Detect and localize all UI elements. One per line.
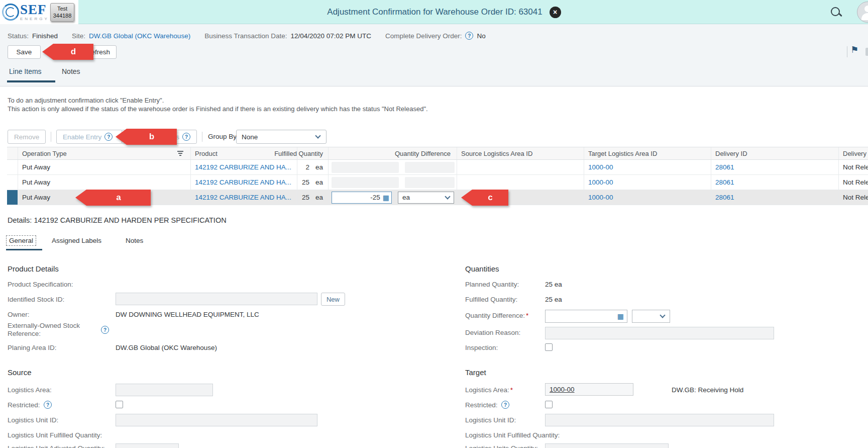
planned-qty-label: Planned Quantity: — [465, 281, 519, 289]
readonly-field — [332, 162, 399, 173]
target-logistics-unit-label: Logistics Unit ID: — [465, 416, 516, 424]
instruction-text: To do an adjustment confirmation click "… — [8, 96, 428, 113]
row-selector[interactable] — [7, 190, 18, 205]
calculator-icon[interactable] — [383, 194, 389, 201]
target-area-description-link[interactable]: DW.GB: Receiving Hold — [672, 386, 743, 394]
row-selector[interactable] — [7, 175, 18, 190]
chevron-down-icon — [660, 312, 665, 318]
quantity-difference-input[interactable]: -25 — [332, 192, 392, 204]
annotation-arrow-a: a — [75, 190, 151, 206]
new-button[interactable]: New — [321, 293, 345, 306]
source-logistics-unit-input[interactable] — [116, 414, 317, 426]
subtab-notes[interactable]: Notes — [126, 237, 143, 244]
form-right-column: Quantities Planned Quantity: 25 ea Fulfi… — [458, 261, 868, 448]
source-logistics-area-input[interactable] — [116, 384, 213, 396]
annotation-arrow-b: b — [116, 129, 177, 145]
qty-difference-input[interactable] — [545, 310, 627, 323]
flag-icon[interactable] — [850, 44, 858, 55]
help-icon[interactable] — [501, 401, 509, 409]
search-icon[interactable] — [830, 6, 842, 18]
active-subtab-underline — [6, 249, 42, 250]
app-header: Adjustment Confirmation for Warehouse Or… — [0, 0, 868, 24]
inspection-checkbox[interactable] — [545, 343, 553, 351]
logo-swirl-icon — [2, 4, 19, 21]
section-target: Target — [465, 368, 486, 377]
chevron-down-icon — [445, 194, 450, 199]
source-restricted-checkbox[interactable] — [116, 401, 123, 408]
calculator-icon[interactable] — [617, 313, 624, 320]
toolbar-separator — [202, 132, 202, 142]
subtab-general[interactable]: General — [6, 235, 36, 246]
environment-badge: Test 344188 — [50, 3, 74, 22]
source-logistics-unit-label: Logistics Unit ID: — [8, 416, 58, 424]
planned-qty-value: 25 ea — [545, 281, 562, 288]
help-icon[interactable] — [465, 32, 473, 40]
source-logistics-area-label: Logistics Area: — [8, 386, 52, 394]
deviation-reason-input[interactable] — [545, 327, 774, 339]
identified-stock-label: Identified Stock ID: — [8, 296, 64, 304]
subtab-assigned-labels[interactable]: Assigned Labels — [52, 237, 101, 244]
product-link[interactable]: 142192 CARBURIZE AND HA... — [195, 178, 291, 186]
target-logistics-unit-input[interactable] — [545, 414, 774, 426]
target-area-link[interactable]: 1000-00 — [588, 178, 613, 186]
row-selector[interactable] — [7, 160, 18, 174]
toolbar-separator — [51, 132, 51, 142]
close-icon[interactable] — [550, 7, 561, 18]
help-icon[interactable] — [182, 133, 190, 141]
target-restricted-checkbox[interactable] — [545, 401, 553, 408]
save-button[interactable]: Save — [8, 45, 41, 59]
section-quantities: Quantities — [465, 264, 499, 273]
readonly-field — [332, 177, 399, 188]
identified-stock-input[interactable] — [116, 293, 317, 305]
details-title: Details: 142192 CARBURIZE AND HARDEN PER… — [8, 216, 227, 224]
qty-difference-uom-select[interactable] — [632, 310, 670, 323]
annotation-arrow-d: d — [42, 44, 93, 60]
complete-delivery-field: Complete Delivery Order: No — [385, 32, 486, 40]
help-icon[interactable] — [44, 401, 52, 409]
annotation-arrow-c: c — [461, 190, 508, 206]
readonly-field — [405, 177, 455, 188]
tab-notes[interactable]: Notes — [62, 67, 80, 75]
toolbar-divider — [847, 46, 847, 57]
product-link[interactable]: 142192 CARBURIZE AND HA... — [195, 163, 291, 171]
remove-button[interactable]: Remove — [8, 130, 46, 144]
logistics-units-qty-input[interactable] — [545, 443, 669, 448]
help-icon[interactable] — [101, 326, 109, 334]
title-row: Adjustment Confirmation for Warehouse Or… — [0, 0, 868, 24]
externally-owned-label: Externally-Owned Stock Reference: — [8, 322, 95, 338]
table-row[interactable]: Put Away 142192 CARBURIZE AND HA... 25ea… — [7, 175, 868, 190]
lu-fulfilled-qty-label: Logistics Unit Fulfilled Quantity: — [8, 431, 102, 439]
target-area-link[interactable]: 1000-00 — [588, 194, 613, 201]
group-by-select[interactable]: None — [236, 130, 327, 144]
site-link[interactable]: DW.GB Global (OKC Warehouse) — [89, 32, 190, 40]
delivery-link[interactable]: 28061 — [715, 163, 734, 171]
status-field: Status: Finished — [8, 32, 58, 40]
form-left-column: Product Details Product Specification: I… — [8, 261, 450, 448]
required-marker: * — [526, 312, 528, 319]
table-row[interactable]: Put Away 142192 CARBURIZE AND HA... 2ea … — [7, 160, 868, 175]
logistics-units-qty-label: Logistics Units Quantity: — [465, 444, 538, 448]
fulfilled-qty-label: Fulfilled Quantity: — [465, 296, 517, 304]
site-field: Site: DW.GB Global (OKC Warehouse) — [72, 32, 190, 40]
col-operation-type: Operation Type — [22, 150, 67, 157]
readonly-field — [405, 162, 455, 173]
planing-area-label: Planing Area ID: — [8, 344, 57, 352]
help-icon[interactable] — [104, 133, 113, 141]
select-all-cell[interactable] — [7, 147, 18, 159]
lu-adjusted-qty-input[interactable] — [116, 443, 179, 448]
target-logistics-area-input[interactable]: 1000-00 — [545, 383, 633, 396]
product-specification-label: Product Specification: — [8, 281, 73, 289]
owner-link[interactable]: DW DOWNING WELLHEAD EQUIPMENT, LLC — [116, 311, 259, 318]
delivery-link[interactable]: 28061 — [715, 178, 734, 186]
product-link[interactable]: 142192 CARBURIZE AND HA... — [195, 194, 291, 201]
uom-select[interactable]: ea — [398, 192, 454, 204]
tab-line-items[interactable]: Line Items — [9, 67, 42, 75]
col-fulfilled-quantity: Fulfilled Quantity — [297, 147, 329, 159]
enable-entry-button[interactable]: Enable Entry — [56, 130, 123, 144]
target-area-link[interactable]: 1000-00 — [588, 163, 613, 171]
lu-adjusted-qty-label: Logistics Unit Adjusted Quantity: — [8, 444, 105, 448]
col-source-logistics-area: Source Logistics Area ID — [457, 147, 584, 159]
delivery-link[interactable]: 28061 — [715, 194, 734, 201]
filter-icon[interactable] — [177, 151, 183, 156]
logo-subtitle: ENERGY — [20, 17, 49, 21]
